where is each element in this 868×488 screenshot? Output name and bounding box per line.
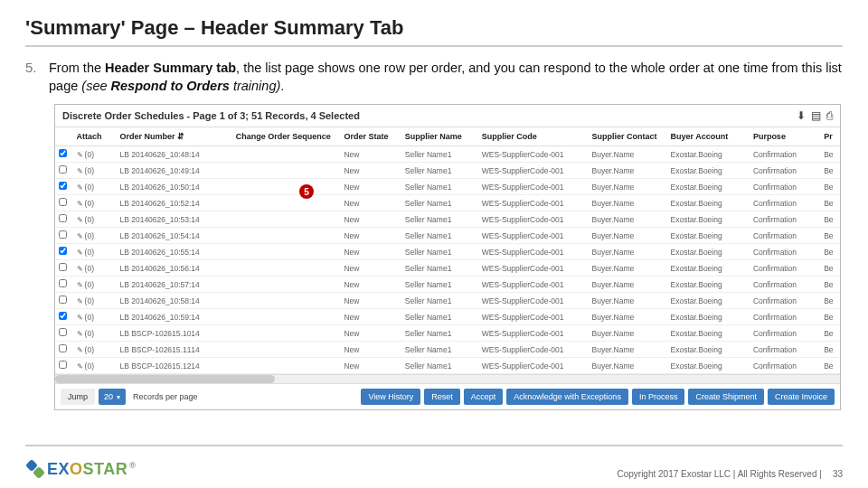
attach-cell[interactable]: (0) bbox=[73, 228, 117, 244]
row-checkbox[interactable] bbox=[55, 211, 73, 228]
change-seq-cell bbox=[232, 146, 341, 163]
reset-button[interactable]: Reset bbox=[424, 389, 460, 405]
order-number-link[interactable]: LB BSCP-102615.1014 bbox=[116, 325, 231, 342]
grid-title: Discrete Order Schedules - Page 1 of 3; … bbox=[62, 110, 360, 121]
row-checkbox[interactable] bbox=[55, 277, 73, 293]
table-row[interactable]: (0)LB BSCP-102615.1114NewSeller Name1WES… bbox=[55, 342, 840, 358]
column-header[interactable]: Supplier Code bbox=[478, 127, 589, 146]
attach-cell[interactable]: (0) bbox=[73, 146, 117, 163]
create-invoice-button[interactable]: Create Invoice bbox=[768, 389, 835, 405]
purpose-cell: Confirmation bbox=[750, 228, 820, 244]
column-header[interactable]: Order Number ⇵ bbox=[116, 127, 231, 146]
attach-cell[interactable]: (0) bbox=[73, 358, 117, 374]
buyer-account-cell: Exostar.Boeing bbox=[667, 146, 750, 163]
buyer-account-cell: Exostar.Boeing bbox=[667, 325, 750, 342]
column-header[interactable]: Buyer Account bbox=[667, 127, 750, 146]
acknowledge-with-exceptions-button[interactable]: Acknowledge with Exceptions bbox=[506, 389, 628, 405]
table-row[interactable]: (0)LB 20140626_10:50:14NewSeller Name1WE… bbox=[55, 179, 840, 195]
purpose-cell: Confirmation bbox=[750, 277, 820, 293]
attach-cell[interactable]: (0) bbox=[73, 325, 117, 342]
order-number-link[interactable]: LB 20140626_10:58:14 bbox=[116, 293, 231, 309]
download-icon[interactable]: ⬇ bbox=[797, 109, 806, 122]
order-number-link[interactable]: LB 20140626_10:55:14 bbox=[116, 244, 231, 260]
table-row[interactable]: (0)LB 20140626_10:53:14NewSeller Name1WE… bbox=[55, 211, 840, 228]
pr-cell: Be bbox=[820, 211, 840, 228]
page-size-select[interactable]: 20 bbox=[99, 389, 126, 405]
order-number-link[interactable]: LB 20140626_10:53:14 bbox=[116, 211, 231, 228]
order-number-link[interactable]: LB BSCP-102615.1114 bbox=[116, 342, 231, 358]
order-number-link[interactable]: LB 20140626_10:57:14 bbox=[116, 277, 231, 293]
accept-button[interactable]: Accept bbox=[464, 389, 504, 405]
pr-cell: Be bbox=[820, 309, 840, 325]
row-checkbox[interactable] bbox=[55, 358, 73, 374]
column-header[interactable]: Supplier Name bbox=[401, 127, 478, 146]
column-header[interactable]: Purpose bbox=[750, 127, 820, 146]
row-checkbox[interactable] bbox=[55, 309, 73, 325]
order-number-link[interactable]: LB 20140626_10:50:14 bbox=[116, 179, 231, 195]
row-checkbox[interactable] bbox=[55, 195, 73, 211]
view-history-button[interactable]: View History bbox=[361, 389, 420, 405]
order-number-link[interactable]: LB 20140626_10:56:14 bbox=[116, 260, 231, 277]
attach-cell[interactable]: (0) bbox=[73, 260, 117, 277]
column-header[interactable]: Change Order Sequence bbox=[232, 127, 341, 146]
create-shipment-button[interactable]: Create Shipment bbox=[688, 389, 764, 405]
table-row[interactable]: (0)LB BSCP-102615.1214NewSeller Name1WES… bbox=[55, 358, 840, 374]
supplier-name-cell: Seller Name1 bbox=[401, 309, 478, 325]
change-seq-cell bbox=[232, 244, 341, 260]
column-header[interactable]: Pr bbox=[820, 127, 840, 146]
attach-cell[interactable]: (0) bbox=[73, 244, 117, 260]
csv-icon[interactable]: ▤ bbox=[811, 109, 821, 122]
supplier-contact-cell: Buyer.Name bbox=[589, 358, 667, 374]
order-state-cell: New bbox=[340, 228, 401, 244]
attach-cell[interactable]: (0) bbox=[73, 309, 117, 325]
order-state-cell: New bbox=[340, 309, 401, 325]
column-header[interactable]: Order State bbox=[340, 127, 401, 146]
row-checkbox[interactable] bbox=[55, 244, 73, 260]
attach-cell[interactable]: (0) bbox=[73, 293, 117, 309]
order-number-link[interactable]: LB BSCP-102615.1214 bbox=[116, 358, 231, 374]
table-row[interactable]: (0)LB 20140626_10:52:14NewSeller Name1WE… bbox=[55, 195, 840, 211]
row-checkbox[interactable] bbox=[55, 228, 73, 244]
supplier-code-cell: WES-SupplierCode-001 bbox=[478, 244, 589, 260]
table-row[interactable]: (0)LB 20140626_10:55:14NewSeller Name1WE… bbox=[55, 244, 840, 260]
attach-cell[interactable]: (0) bbox=[73, 342, 117, 358]
order-number-link[interactable]: LB 20140626_10:54:14 bbox=[116, 228, 231, 244]
export-icons[interactable]: ⬇ ▤ ⎙ bbox=[797, 109, 833, 122]
in-process-button[interactable]: In Process bbox=[632, 389, 685, 405]
table-row[interactable]: (0)LB 20140626_10:59:14NewSeller Name1WE… bbox=[55, 309, 840, 325]
row-checkbox[interactable] bbox=[55, 325, 73, 342]
attach-cell[interactable]: (0) bbox=[73, 277, 117, 293]
table-row[interactable]: (0)LB 20140626_10:56:14NewSeller Name1WE… bbox=[55, 260, 840, 277]
row-checkbox[interactable] bbox=[55, 146, 73, 163]
order-number-link[interactable]: LB 20140626_10:49:14 bbox=[116, 163, 231, 179]
logo-mark-icon bbox=[25, 459, 45, 479]
table-row[interactable]: (0)LB 20140626_10:57:14NewSeller Name1WE… bbox=[55, 277, 840, 293]
row-checkbox[interactable] bbox=[55, 163, 73, 179]
column-header[interactable]: Supplier Contact bbox=[589, 127, 667, 146]
order-state-cell: New bbox=[340, 260, 401, 277]
horizontal-scrollbar[interactable] bbox=[55, 374, 840, 383]
row-checkbox[interactable] bbox=[55, 293, 73, 309]
row-checkbox[interactable] bbox=[55, 260, 73, 277]
order-number-link[interactable]: LB 20140626_10:52:14 bbox=[116, 195, 231, 211]
table-row[interactable]: (0)LB 20140626_10:58:14NewSeller Name1WE… bbox=[55, 293, 840, 309]
order-number-link[interactable]: LB 20140626_10:59:14 bbox=[116, 309, 231, 325]
pr-cell: Be bbox=[820, 146, 840, 163]
table-row[interactable]: (0)LB BSCP-102615.1014NewSeller Name1WES… bbox=[55, 325, 840, 342]
order-number-link[interactable]: LB 20140626_10:48:14 bbox=[116, 146, 231, 163]
table-row[interactable]: (0)LB 20140626_10:48:14NewSeller Name1WE… bbox=[55, 146, 840, 163]
change-seq-cell bbox=[232, 309, 341, 325]
attach-cell[interactable]: (0) bbox=[73, 163, 117, 179]
jump-button[interactable]: Jump bbox=[61, 389, 95, 405]
attach-cell[interactable]: (0) bbox=[73, 179, 117, 195]
row-checkbox[interactable] bbox=[55, 179, 73, 195]
print-icon[interactable]: ⎙ bbox=[826, 109, 833, 122]
order-state-cell: New bbox=[340, 277, 401, 293]
attach-cell[interactable]: (0) bbox=[73, 195, 117, 211]
column-header[interactable]: Attach bbox=[73, 127, 117, 146]
attach-cell[interactable]: (0) bbox=[73, 211, 117, 228]
table-row[interactable]: (0)LB 20140626_10:49:14NewSeller Name1WE… bbox=[55, 163, 840, 179]
table-row[interactable]: (0)LB 20140626_10:54:14NewSeller Name1WE… bbox=[55, 228, 840, 244]
row-checkbox[interactable] bbox=[55, 342, 73, 358]
column-header[interactable] bbox=[55, 127, 73, 146]
